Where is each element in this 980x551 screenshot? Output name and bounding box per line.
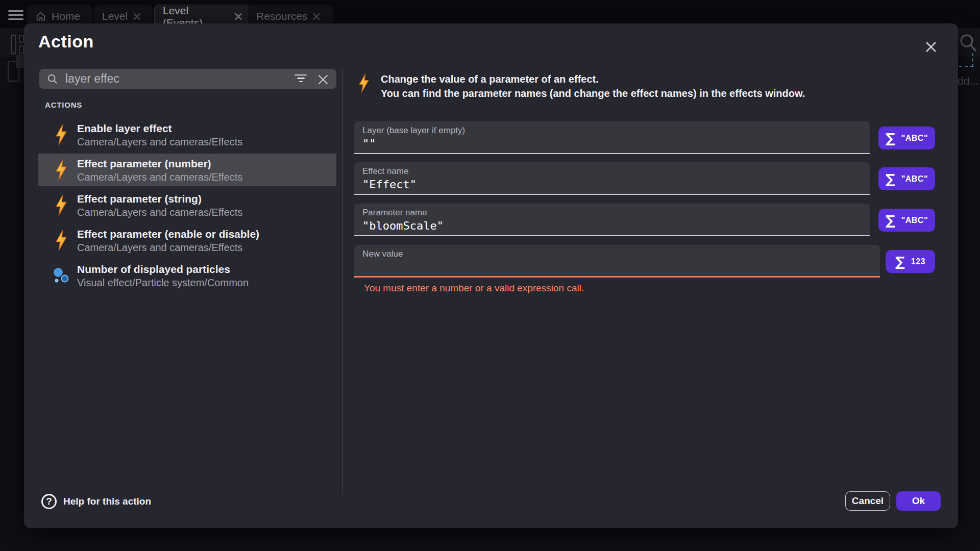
action-title: Enable layer effect bbox=[77, 121, 242, 135]
dialog-title: Action bbox=[38, 32, 94, 52]
list-item-effect-parameter-number[interactable]: Effect parameter (number) Camera/Layers … bbox=[38, 154, 336, 186]
action-path: Camera/Layers and cameras/Effects bbox=[77, 170, 242, 184]
expression-type-label: "ABC" bbox=[901, 174, 928, 184]
search-icon bbox=[47, 74, 58, 84]
lightning-icon bbox=[50, 230, 73, 251]
close-dialog-icon[interactable] bbox=[921, 37, 941, 57]
action-title: Effect parameter (number) bbox=[77, 157, 242, 170]
search-input[interactable] bbox=[65, 72, 295, 86]
lightning-icon bbox=[50, 159, 73, 181]
clear-search-icon[interactable] bbox=[318, 74, 328, 84]
field-label: Layer (base layer if empty) bbox=[362, 126, 870, 136]
layer-field[interactable]: Layer (base layer if empty) "" bbox=[354, 121, 870, 154]
action-results-list: Enable layer effect Camera/Layers and ca… bbox=[38, 118, 336, 294]
expression-type-label: "ABC" bbox=[901, 134, 928, 143]
action-path: Camera/Layers and cameras/Effects bbox=[77, 206, 242, 219]
list-item-effect-parameter-string[interactable]: Effect parameter (string) Camera/Layers … bbox=[38, 189, 336, 221]
action-description: Change the value of a parameter of an ef… bbox=[381, 72, 805, 101]
new-value-field[interactable]: New value bbox=[354, 245, 880, 278]
expression-type-label: 123 bbox=[911, 257, 925, 266]
description-line1: Change the value of a parameter of an ef… bbox=[381, 72, 805, 86]
list-item-effect-parameter-enable[interactable]: Effect parameter (enable or disable) Cam… bbox=[38, 224, 336, 257]
lightning-icon bbox=[50, 194, 73, 216]
expression-builder-button[interactable]: ∑ "ABC" bbox=[878, 167, 935, 190]
expression-builder-button[interactable]: ∑ "ABC" bbox=[878, 209, 935, 232]
help-icon: ? bbox=[41, 494, 57, 509]
list-item-enable-layer-effect[interactable]: Enable layer effect Camera/Layers and ca… bbox=[38, 118, 336, 151]
field-label: New value bbox=[362, 249, 880, 259]
action-path: Camera/Layers and cameras/Effects bbox=[77, 135, 242, 148]
field-label: Effect name bbox=[362, 166, 870, 177]
list-item-number-of-displayed-particles[interactable]: Number of displayed particles Visual eff… bbox=[38, 259, 336, 292]
cancel-button[interactable]: Cancel bbox=[845, 491, 890, 511]
expression-builder-button[interactable]: ∑ 123 bbox=[886, 250, 935, 273]
field-value: "Effect" bbox=[362, 178, 870, 191]
help-label: Help for this action bbox=[63, 496, 151, 507]
help-link[interactable]: ? Help for this action bbox=[41, 491, 151, 512]
validation-error-text: You must enter a number or a valid expre… bbox=[364, 283, 584, 294]
expression-type-label: "ABC" bbox=[901, 216, 928, 225]
panel-divider bbox=[342, 68, 342, 495]
field-label: Parameter name bbox=[362, 208, 870, 218]
ok-button[interactable]: Ok bbox=[896, 491, 941, 511]
action-dialog: Action ACTIONS Enable layer effect Camer… bbox=[24, 23, 958, 528]
lightning-icon bbox=[358, 73, 370, 95]
action-path: Camera/Layers and cameras/Effects bbox=[77, 241, 259, 254]
field-value: "" bbox=[362, 137, 870, 150]
action-title: Number of displayed particles bbox=[77, 262, 249, 276]
effect-name-field[interactable]: Effect name "Effect" bbox=[354, 162, 870, 195]
particles-icon bbox=[50, 266, 73, 285]
lightning-icon bbox=[50, 124, 73, 145]
action-path: Visual effect/Particle system/Common bbox=[77, 276, 249, 289]
actions-section-header: ACTIONS bbox=[45, 101, 82, 109]
action-title: Effect parameter (string) bbox=[77, 192, 242, 206]
sigma-icon: ∑ bbox=[886, 214, 895, 227]
description-line2: You can find the parameter names (and ch… bbox=[381, 86, 805, 101]
sigma-icon: ∑ bbox=[886, 132, 895, 145]
sigma-icon: ∑ bbox=[895, 255, 905, 268]
field-value: "bloomScale" bbox=[362, 219, 870, 232]
expression-builder-button[interactable]: ∑ "ABC" bbox=[878, 127, 935, 149]
sigma-icon: ∑ bbox=[886, 172, 895, 186]
parameter-name-field[interactable]: Parameter name "bloomScale" bbox=[354, 204, 870, 236]
action-title: Effect parameter (enable or disable) bbox=[77, 227, 259, 241]
action-search-box bbox=[39, 69, 336, 89]
filter-icon[interactable] bbox=[295, 74, 307, 84]
